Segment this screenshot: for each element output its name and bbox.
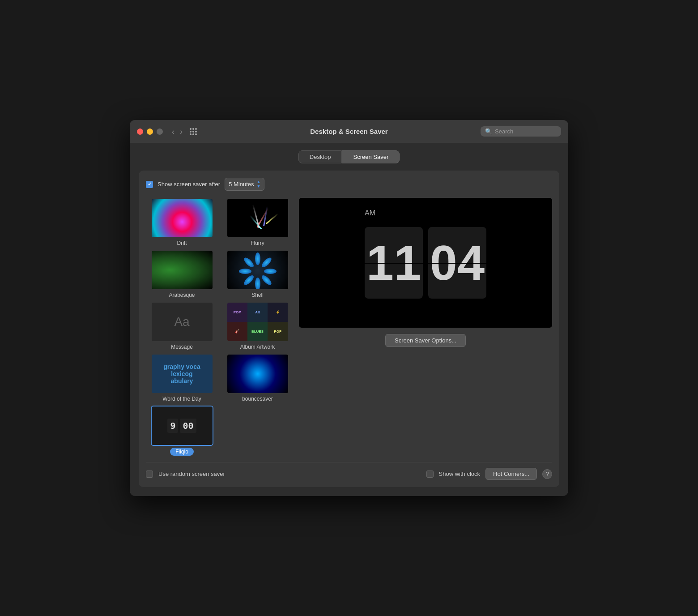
random-checkbox[interactable] <box>146 471 153 478</box>
show-after-row: ✓ Show screen saver after 5 Minutes ▲ ▼ <box>146 178 552 191</box>
drift-label: Drift <box>177 240 187 246</box>
flip-minute: 04 <box>430 238 485 287</box>
shell-thumbnail <box>226 250 289 290</box>
search-input[interactable] <box>495 128 557 135</box>
flip-clock: AM 11 04 <box>365 227 486 299</box>
list-item[interactable]: 9 00 Fliqlo <box>146 406 218 456</box>
flurry-thumbnail <box>226 198 289 238</box>
album-cell: ⚡ <box>268 303 288 322</box>
list-item[interactable]: Drift <box>146 198 218 246</box>
word-of-the-day-label: Word of the Day <box>162 396 201 402</box>
close-button[interactable] <box>137 128 143 135</box>
am-label: AM <box>365 209 375 217</box>
tab-screen-saver[interactable]: Screen Saver <box>342 150 400 163</box>
window-title: Desktop & Screen Saver <box>310 128 387 135</box>
flip-minute-panel: 04 <box>428 227 486 299</box>
list-item[interactable]: graphy vocalexicogabulary Word of the Da… <box>146 354 218 402</box>
list-item[interactable]: Arabesque <box>146 250 218 298</box>
album-cell: POP <box>268 322 288 341</box>
stepper-icon: ▲ ▼ <box>257 180 261 188</box>
drift-thumbnail <box>151 198 213 238</box>
maximize-button[interactable] <box>157 128 163 135</box>
word-preview-text: graphy vocalexicogabulary <box>163 363 200 385</box>
album-cell: BLUES <box>247 322 268 341</box>
list-item[interactable]: Aa Message <box>146 302 218 350</box>
show-after-checkbox[interactable]: ✓ <box>146 181 153 188</box>
arabesque-thumbnail <box>151 250 213 290</box>
tab-desktop[interactable]: Desktop <box>298 150 342 163</box>
back-arrow-icon[interactable]: ‹ <box>170 127 176 137</box>
screen-saver-options-button[interactable]: Screen Saver Options... <box>385 334 466 347</box>
nav-arrows: ‹ › <box>170 127 184 137</box>
word-of-the-day-thumbnail: graphy vocalexicogabulary <box>151 354 213 394</box>
content-area: Desktop Screen Saver ✓ Show screen saver… <box>130 143 568 496</box>
flurry-inner <box>227 199 288 237</box>
preview-area: AM 11 04 <box>299 198 552 328</box>
shell-label: Shell <box>251 292 264 298</box>
album-artwork-thumbnail: POP Alt ⚡ 🎸 BLUES POP <box>226 302 289 342</box>
traffic-lights <box>137 128 163 135</box>
main-panel: ✓ Show screen saver after 5 Minutes ▲ ▼ <box>139 171 559 487</box>
shell-flower <box>247 259 269 281</box>
titlebar: ‹ › Desktop & Screen Saver 🔍 <box>130 120 568 143</box>
list-item[interactable]: Flurry <box>221 198 294 246</box>
show-with-clock-label: Show with clock <box>439 471 480 477</box>
message-label: Message <box>171 344 193 350</box>
hot-corners-button[interactable]: Hot Corners... <box>485 468 537 480</box>
fliqlo-thumbnail: 9 00 <box>151 406 213 446</box>
minutes-dropdown[interactable]: 5 Minutes ▲ ▼ <box>225 178 264 191</box>
bouncesaver-label: bouncesaver <box>242 396 273 402</box>
checkmark-icon: ✓ <box>148 181 152 187</box>
flip-hour: 11 <box>366 238 421 287</box>
help-button[interactable]: ? <box>542 469 552 479</box>
show-after-label: Show screen saver after <box>157 181 220 188</box>
album-cell: Alt <box>247 303 268 322</box>
tab-bar: Desktop Screen Saver <box>139 150 559 163</box>
fliqlo-hour: 9 <box>167 419 178 433</box>
forward-arrow-icon[interactable]: › <box>178 127 184 137</box>
two-column-layout: Drift <box>146 198 552 456</box>
fliqlo-label: Fliqlo <box>170 448 194 456</box>
message-thumbnail: Aa <box>151 302 213 342</box>
screen-saver-list: Drift <box>146 198 294 456</box>
flip-hour-panel: 11 <box>365 227 423 299</box>
preview-panel: AM 11 04 Screen Saver Options... <box>299 198 552 456</box>
bouncesaver-thumbnail <box>226 354 289 394</box>
random-label: Use random screen saver <box>158 471 225 477</box>
fliqlo-minute: 00 <box>180 419 196 433</box>
app-grid-icon[interactable] <box>190 128 197 135</box>
list-item[interactable]: bouncesaver <box>221 354 294 402</box>
album-cell: 🎸 <box>227 322 247 341</box>
album-cell: POP <box>227 303 247 322</box>
show-with-clock-checkbox[interactable] <box>426 471 434 478</box>
search-icon: 🔍 <box>485 128 492 135</box>
search-bar[interactable]: 🔍 <box>481 126 561 137</box>
saver-grid: Drift <box>146 198 294 456</box>
list-item[interactable]: Shell <box>221 250 294 298</box>
message-preview-text: Aa <box>174 315 189 329</box>
minimize-button[interactable] <box>147 128 153 135</box>
flurry-label: Flurry <box>251 240 264 246</box>
album-artwork-label: Album Artwork <box>240 344 275 350</box>
list-item[interactable]: POP Alt ⚡ 🎸 BLUES POP Album Artwork <box>221 302 294 350</box>
main-window: ‹ › Desktop & Screen Saver 🔍 Desktop Scr… <box>130 120 568 496</box>
bottom-bar: Use random screen saver Show with clock … <box>146 462 552 480</box>
minutes-value: 5 Minutes <box>229 181 254 188</box>
arabesque-label: Arabesque <box>169 292 195 298</box>
